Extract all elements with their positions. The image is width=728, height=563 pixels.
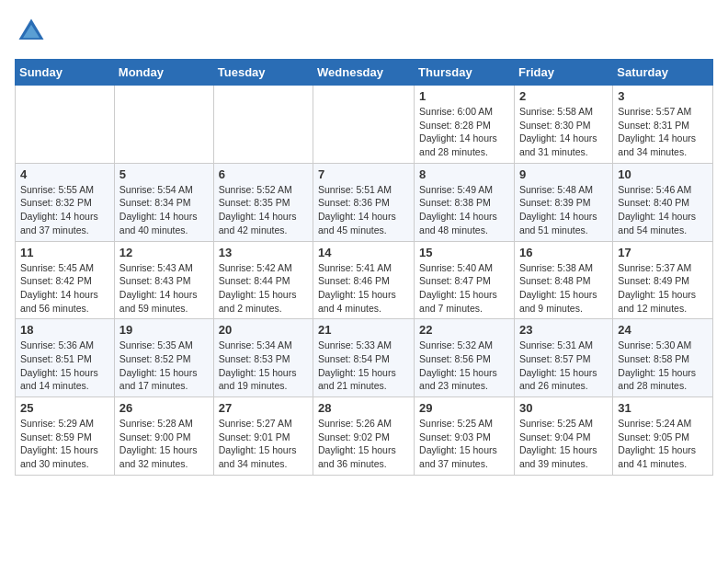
calendar-cell: 19Sunrise: 5:35 AM Sunset: 8:52 PM Dayli… xyxy=(114,319,213,397)
day-info: Sunrise: 5:45 AM Sunset: 8:42 PM Dayligh… xyxy=(20,261,109,316)
weekday-header-friday: Friday xyxy=(514,60,612,86)
calendar-cell xyxy=(213,86,313,164)
day-number: 18 xyxy=(20,323,109,337)
day-number: 13 xyxy=(219,246,308,259)
calendar-cell: 14Sunrise: 5:41 AM Sunset: 8:46 PM Dayli… xyxy=(313,241,415,319)
calendar-cell: 17Sunrise: 5:37 AM Sunset: 8:49 PM Dayli… xyxy=(613,241,713,319)
calendar-cell: 6Sunrise: 5:52 AM Sunset: 8:35 PM Daylig… xyxy=(213,163,313,241)
day-info: Sunrise: 5:57 AM Sunset: 8:31 PM Dayligh… xyxy=(618,105,708,159)
day-number: 8 xyxy=(419,167,509,181)
calendar-cell: 5Sunrise: 5:54 AM Sunset: 8:34 PM Daylig… xyxy=(114,163,213,241)
day-info: Sunrise: 5:49 AM Sunset: 8:38 PM Dayligh… xyxy=(419,183,509,237)
weekday-header-sunday: Sunday xyxy=(16,60,115,86)
day-number: 19 xyxy=(119,323,209,337)
day-info: Sunrise: 5:38 AM Sunset: 8:48 PM Dayligh… xyxy=(519,261,608,316)
weekday-header-thursday: Thursday xyxy=(415,60,515,86)
calendar-cell: 7Sunrise: 5:51 AM Sunset: 8:36 PM Daylig… xyxy=(313,163,415,241)
day-number: 3 xyxy=(618,89,708,103)
calendar-table: SundayMondayTuesdayWednesdayThursdayFrid… xyxy=(15,59,713,476)
day-number: 1 xyxy=(419,89,509,103)
day-number: 5 xyxy=(119,167,209,181)
day-info: Sunrise: 5:43 AM Sunset: 8:43 PM Dayligh… xyxy=(119,261,209,316)
calendar-week-1: 1Sunrise: 6:00 AM Sunset: 8:28 PM Daylig… xyxy=(16,86,713,164)
day-number: 20 xyxy=(219,323,308,337)
calendar-cell xyxy=(114,86,213,164)
calendar-cell: 31Sunrise: 5:24 AM Sunset: 9:05 PM Dayli… xyxy=(613,397,713,476)
day-info: Sunrise: 5:33 AM Sunset: 8:54 PM Dayligh… xyxy=(318,339,409,393)
day-info: Sunrise: 5:34 AM Sunset: 8:53 PM Dayligh… xyxy=(219,339,308,393)
calendar-cell: 9Sunrise: 5:48 AM Sunset: 8:39 PM Daylig… xyxy=(514,163,612,241)
calendar-cell: 18Sunrise: 5:36 AM Sunset: 8:51 PM Dayli… xyxy=(16,319,115,397)
day-info: Sunrise: 6:00 AM Sunset: 8:28 PM Dayligh… xyxy=(419,105,509,159)
day-number: 9 xyxy=(519,167,608,181)
calendar-cell: 13Sunrise: 5:42 AM Sunset: 8:44 PM Dayli… xyxy=(213,241,313,319)
page-header xyxy=(15,15,713,48)
day-number: 15 xyxy=(419,246,509,259)
day-number: 27 xyxy=(219,401,308,415)
weekday-header-monday: Monday xyxy=(114,60,213,86)
day-info: Sunrise: 5:28 AM Sunset: 9:00 PM Dayligh… xyxy=(119,417,209,471)
day-number: 30 xyxy=(519,401,608,415)
calendar-cell: 27Sunrise: 5:27 AM Sunset: 9:01 PM Dayli… xyxy=(213,397,313,476)
calendar-cell xyxy=(16,86,115,164)
day-number: 12 xyxy=(119,246,209,259)
calendar-cell: 16Sunrise: 5:38 AM Sunset: 8:48 PM Dayli… xyxy=(514,241,612,319)
logo-icon xyxy=(15,15,48,48)
day-info: Sunrise: 5:55 AM Sunset: 8:32 PM Dayligh… xyxy=(20,183,109,237)
calendar-week-3: 11Sunrise: 5:45 AM Sunset: 8:42 PM Dayli… xyxy=(16,241,713,319)
calendar-cell: 8Sunrise: 5:49 AM Sunset: 8:38 PM Daylig… xyxy=(415,163,515,241)
calendar-cell: 2Sunrise: 5:58 AM Sunset: 8:30 PM Daylig… xyxy=(514,86,612,164)
day-info: Sunrise: 5:42 AM Sunset: 8:44 PM Dayligh… xyxy=(219,261,308,316)
day-number: 11 xyxy=(20,246,109,259)
calendar-cell: 1Sunrise: 6:00 AM Sunset: 8:28 PM Daylig… xyxy=(415,86,515,164)
calendar-cell: 3Sunrise: 5:57 AM Sunset: 8:31 PM Daylig… xyxy=(613,86,713,164)
day-info: Sunrise: 5:35 AM Sunset: 8:52 PM Dayligh… xyxy=(119,339,209,393)
day-number: 28 xyxy=(318,401,409,415)
day-info: Sunrise: 5:24 AM Sunset: 9:05 PM Dayligh… xyxy=(618,417,708,471)
day-number: 7 xyxy=(318,167,409,181)
calendar-cell: 30Sunrise: 5:25 AM Sunset: 9:04 PM Dayli… xyxy=(514,397,612,476)
day-info: Sunrise: 5:54 AM Sunset: 8:34 PM Dayligh… xyxy=(119,183,209,237)
weekday-header-saturday: Saturday xyxy=(613,60,713,86)
calendar-cell: 20Sunrise: 5:34 AM Sunset: 8:53 PM Dayli… xyxy=(213,319,313,397)
weekday-header-row: SundayMondayTuesdayWednesdayThursdayFrid… xyxy=(16,60,713,86)
day-number: 31 xyxy=(618,401,708,415)
weekday-header-tuesday: Tuesday xyxy=(213,60,313,86)
calendar-cell: 29Sunrise: 5:25 AM Sunset: 9:03 PM Dayli… xyxy=(415,397,515,476)
day-info: Sunrise: 5:25 AM Sunset: 9:03 PM Dayligh… xyxy=(419,417,509,471)
day-info: Sunrise: 5:32 AM Sunset: 8:56 PM Dayligh… xyxy=(419,339,509,393)
day-number: 29 xyxy=(419,401,509,415)
day-info: Sunrise: 5:48 AM Sunset: 8:39 PM Dayligh… xyxy=(519,183,608,237)
calendar-cell: 23Sunrise: 5:31 AM Sunset: 8:57 PM Dayli… xyxy=(514,319,612,397)
day-number: 26 xyxy=(119,401,209,415)
day-number: 2 xyxy=(519,89,608,103)
day-number: 22 xyxy=(419,323,509,337)
day-info: Sunrise: 5:58 AM Sunset: 8:30 PM Dayligh… xyxy=(519,105,608,159)
day-info: Sunrise: 5:51 AM Sunset: 8:36 PM Dayligh… xyxy=(318,183,409,237)
calendar-cell: 12Sunrise: 5:43 AM Sunset: 8:43 PM Dayli… xyxy=(114,241,213,319)
day-info: Sunrise: 5:29 AM Sunset: 8:59 PM Dayligh… xyxy=(20,417,109,471)
calendar-cell: 11Sunrise: 5:45 AM Sunset: 8:42 PM Dayli… xyxy=(16,241,115,319)
day-info: Sunrise: 5:52 AM Sunset: 8:35 PM Dayligh… xyxy=(219,183,308,237)
calendar-cell: 10Sunrise: 5:46 AM Sunset: 8:40 PM Dayli… xyxy=(613,163,713,241)
day-info: Sunrise: 5:26 AM Sunset: 9:02 PM Dayligh… xyxy=(318,417,409,471)
day-info: Sunrise: 5:40 AM Sunset: 8:47 PM Dayligh… xyxy=(419,261,509,316)
day-number: 14 xyxy=(318,246,409,259)
calendar-cell: 21Sunrise: 5:33 AM Sunset: 8:54 PM Dayli… xyxy=(313,319,415,397)
day-number: 24 xyxy=(618,323,708,337)
day-number: 21 xyxy=(318,323,409,337)
calendar-week-2: 4Sunrise: 5:55 AM Sunset: 8:32 PM Daylig… xyxy=(16,163,713,241)
day-number: 10 xyxy=(618,167,708,181)
day-number: 23 xyxy=(519,323,608,337)
calendar-week-4: 18Sunrise: 5:36 AM Sunset: 8:51 PM Dayli… xyxy=(16,319,713,397)
calendar-cell: 25Sunrise: 5:29 AM Sunset: 8:59 PM Dayli… xyxy=(16,397,115,476)
day-info: Sunrise: 5:30 AM Sunset: 8:58 PM Dayligh… xyxy=(618,339,708,393)
day-info: Sunrise: 5:41 AM Sunset: 8:46 PM Dayligh… xyxy=(318,261,409,316)
day-info: Sunrise: 5:36 AM Sunset: 8:51 PM Dayligh… xyxy=(20,339,109,393)
day-info: Sunrise: 5:27 AM Sunset: 9:01 PM Dayligh… xyxy=(219,417,308,471)
day-number: 6 xyxy=(219,167,308,181)
day-number: 4 xyxy=(20,167,109,181)
day-info: Sunrise: 5:25 AM Sunset: 9:04 PM Dayligh… xyxy=(519,417,608,471)
calendar-cell: 28Sunrise: 5:26 AM Sunset: 9:02 PM Dayli… xyxy=(313,397,415,476)
calendar-cell: 26Sunrise: 5:28 AM Sunset: 9:00 PM Dayli… xyxy=(114,397,213,476)
